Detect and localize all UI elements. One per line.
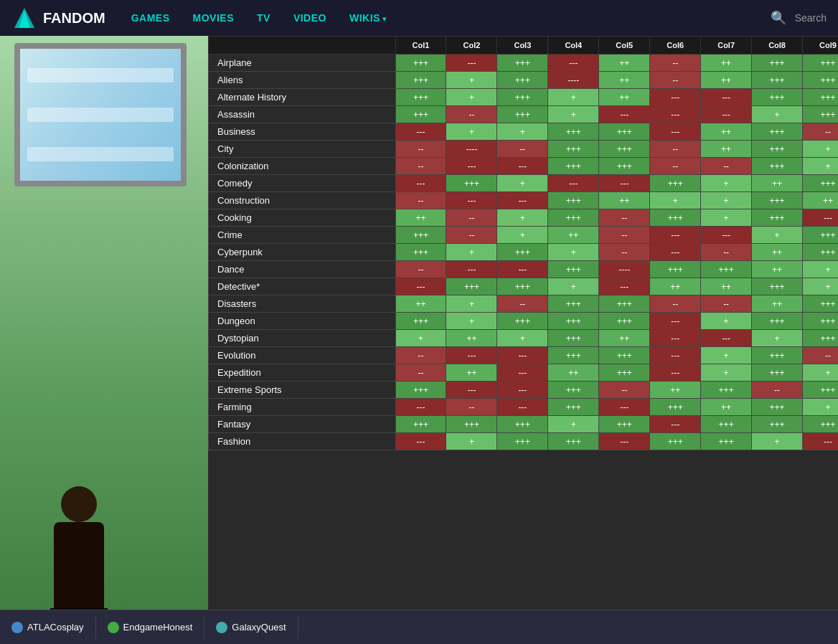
sidebar (0, 36, 208, 644)
data-cell: -- (701, 244, 752, 261)
data-cell: +++ (803, 295, 838, 313)
data-cell: ++ (599, 192, 650, 209)
character-silhouette (43, 486, 115, 630)
data-cell: +++ (446, 416, 497, 433)
data-cell: + (650, 192, 701, 209)
data-cell: ++ (752, 175, 803, 192)
char-head (61, 486, 97, 522)
data-cell: -- (599, 244, 650, 261)
data-cell: + (446, 244, 497, 261)
data-cell: -- (650, 295, 701, 313)
data-cell: +++ (752, 55, 803, 72)
col-header-1: Col1 (395, 37, 446, 55)
footer-tab-0[interactable]: ATLACosplay (0, 616, 96, 639)
footer-tab-1[interactable]: EndgameHonest (96, 616, 205, 639)
nav-games[interactable]: GAMES (123, 6, 179, 29)
data-cell: +++ (650, 399, 701, 416)
footer-tab-2[interactable]: GalaxyQuest (204, 616, 298, 639)
data-cell: + (548, 106, 599, 123)
category-cell: Fantasy (209, 416, 396, 433)
data-cell: + (548, 278, 599, 295)
logo[interactable]: FANDOM (11, 5, 105, 31)
col-header-5: Col5 (599, 37, 650, 55)
data-cell: ++ (599, 89, 650, 106)
category-cell: Cyberpunk (209, 244, 396, 261)
data-cell: + (752, 433, 803, 450)
col-header-2: Col2 (446, 37, 497, 55)
table-row: Fashion---+++++++---+++++++--- (209, 433, 839, 450)
data-cell: -- (395, 158, 446, 175)
data-cell: --- (701, 227, 752, 244)
data-cell: +++ (599, 313, 650, 330)
data-cell: --- (701, 89, 752, 106)
data-cell: +++ (803, 244, 838, 261)
data-cell: ++ (701, 72, 752, 89)
search-label[interactable]: Search (795, 12, 827, 24)
data-cell: + (446, 313, 497, 330)
data-cell: +++ (752, 364, 803, 382)
data-cell: -- (803, 123, 838, 141)
data-cell: + (701, 175, 752, 192)
data-cell: --- (497, 192, 548, 209)
data-cell: --- (650, 313, 701, 330)
data-cell: + (497, 123, 548, 141)
data-cell: +++ (752, 72, 803, 89)
data-cell: -- (650, 72, 701, 89)
data-cell: -- (395, 364, 446, 382)
data-cell: --- (599, 433, 650, 450)
data-cell: +++ (497, 416, 548, 433)
footer-tab-label-1: EndgameHonest (123, 622, 193, 633)
data-cell: ++ (599, 55, 650, 72)
char-body (54, 522, 104, 608)
category-cell: Alternate History (209, 89, 396, 106)
data-cell: -- (701, 158, 752, 175)
data-cell: + (548, 244, 599, 261)
data-cell: ++ (701, 55, 752, 72)
data-cell: ++ (599, 72, 650, 89)
data-cell: +++ (497, 278, 548, 295)
data-cell: +++ (701, 261, 752, 278)
data-cell: + (497, 175, 548, 192)
data-cell: +++ (599, 123, 650, 141)
table-row: Expedition--++---+++++---+++++ (209, 364, 839, 382)
data-cell: -- (599, 209, 650, 227)
data-cell: -- (650, 55, 701, 72)
data-cell: ++ (701, 278, 752, 295)
data-cell: --- (650, 123, 701, 141)
data-cell: +++ (497, 313, 548, 330)
data-cell: +++ (599, 416, 650, 433)
category-cell: Extreme Sports (209, 382, 396, 399)
nav-tv[interactable]: TV (248, 6, 279, 29)
data-cell: -- (446, 227, 497, 244)
col-header-6: Col6 (650, 37, 701, 55)
data-cell: ---- (548, 72, 599, 89)
data-cell: + (446, 295, 497, 313)
data-cell: -- (395, 141, 446, 158)
data-cell: + (803, 158, 838, 175)
data-cell: +++ (752, 313, 803, 330)
nav-video[interactable]: VIDEO (285, 6, 335, 29)
data-cell: -- (446, 209, 497, 227)
data-cell: ++ (395, 209, 446, 227)
data-cell: +++ (548, 433, 599, 450)
data-cell: +++ (803, 313, 838, 330)
table-row: Dystopian+++++++++------++++ (209, 330, 839, 347)
col-header-7: Col7 (701, 37, 752, 55)
table-row: City--------++++++--++++++ (209, 141, 839, 158)
nav-movies[interactable]: MOVIES (184, 6, 243, 29)
data-cell: +++ (650, 433, 701, 450)
footer-tab-icon-1 (108, 622, 119, 633)
category-cell: Detective* (209, 278, 396, 295)
category-cell: Assassin (209, 106, 396, 123)
data-cell: +++ (395, 382, 446, 399)
table-row: Dance--------+++----+++++++++ (209, 261, 839, 278)
data-cell: --- (497, 399, 548, 416)
data-cell: --- (497, 158, 548, 175)
data-cell: +++ (548, 123, 599, 141)
data-cell: --- (395, 175, 446, 192)
table-area[interactable]: Col1 Col2 Col3 Col4 Col5 Col6 Col7 Col8 … (208, 36, 838, 644)
search-icon[interactable]: 🔍 (771, 10, 786, 26)
data-cell: +++ (803, 72, 838, 89)
nav-wikis[interactable]: WIKIS (341, 6, 395, 29)
category-cell: Evolution (209, 347, 396, 364)
